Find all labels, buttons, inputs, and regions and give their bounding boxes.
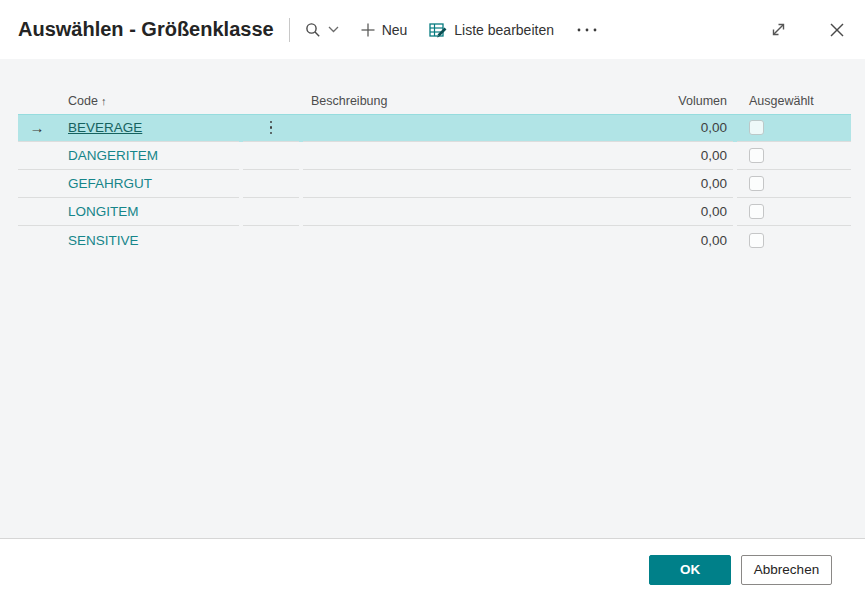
expand-button[interactable]: [770, 21, 787, 38]
current-row-indicator-cell: →: [18, 226, 56, 254]
code-cell: GEFAHRGUT: [56, 170, 239, 198]
column-header-volumen[interactable]: Volumen: [640, 87, 733, 114]
more-options-button[interactable]: [576, 27, 598, 33]
code-cell: BEVERAGE: [56, 114, 239, 142]
beschreibung-cell: [303, 198, 640, 226]
row-indicator-arrow-icon: →: [30, 119, 45, 136]
chevron-down-icon: [328, 26, 339, 33]
page-title: Auswählen - Größenklasse: [18, 18, 274, 41]
table-row[interactable]: → LONGITEM 0,00: [18, 198, 851, 226]
ausgewaehlt-checkbox[interactable]: [749, 176, 764, 191]
row-menu-cell[interactable]: [243, 142, 299, 170]
code-cell: DANGERITEM: [56, 142, 239, 170]
ausgewaehlt-cell: [737, 142, 851, 170]
code-link[interactable]: LONGITEM: [56, 204, 139, 219]
search-button[interactable]: [305, 22, 339, 38]
new-button-label: Neu: [382, 22, 408, 38]
column-header-code[interactable]: Code ↑: [56, 87, 239, 114]
table-row[interactable]: → GEFAHRGUT 0,00: [18, 170, 851, 198]
table-row[interactable]: → SENSITIVE 0,00: [18, 226, 851, 254]
code-cell: LONGITEM: [56, 198, 239, 226]
current-row-indicator-cell: →: [18, 198, 56, 226]
edit-list-icon: [429, 22, 447, 38]
code-cell: SENSITIVE: [56, 226, 239, 254]
volumen-cell: 0,00: [640, 142, 733, 170]
ausgewaehlt-cell: [737, 170, 851, 198]
ausgewaehlt-cell: [737, 198, 851, 226]
table-row[interactable]: → DANGERITEM 0,00: [18, 142, 851, 170]
beschreibung-cell: [303, 226, 640, 254]
current-row-indicator-cell: →: [18, 142, 56, 170]
volumen-cell: 0,00: [640, 170, 733, 198]
volumen-cell: 0,00: [640, 226, 733, 254]
ausgewaehlt-checkbox[interactable]: [749, 233, 764, 248]
edit-list-button[interactable]: Liste bearbeiten: [429, 22, 554, 38]
beschreibung-cell: [303, 142, 640, 170]
new-button[interactable]: Neu: [361, 22, 408, 38]
cancel-button[interactable]: Abbrechen: [741, 555, 832, 585]
dialog-titlebar: Auswählen - Größenklasse Neu: [0, 0, 865, 59]
volumen-cell: 0,00: [640, 198, 733, 226]
toolbar-divider: [289, 18, 290, 42]
row-menu-cell[interactable]: [243, 170, 299, 198]
volumen-cell: 0,00: [640, 114, 733, 142]
current-row-indicator-cell: →: [18, 170, 56, 198]
ellipsis-icon: [576, 27, 598, 33]
ausgewaehlt-checkbox[interactable]: [749, 204, 764, 219]
code-link[interactable]: DANGERITEM: [56, 148, 158, 163]
dialog-content: Code ↑ Beschreibung Volumen Ausgewählt →…: [0, 59, 865, 538]
table-body: → BEVERAGE 0,00: [18, 114, 851, 254]
beschreibung-cell: [303, 114, 640, 142]
ausgewaehlt-cell: [737, 226, 851, 254]
expand-icon: [770, 21, 787, 38]
ausgewaehlt-checkbox[interactable]: [749, 120, 764, 135]
ausgewaehlt-cell: [737, 114, 851, 142]
table-row[interactable]: → BEVERAGE 0,00: [18, 114, 851, 142]
search-icon: [305, 22, 321, 38]
sort-ascending-icon: ↑: [101, 95, 107, 107]
header-spacer: [18, 87, 56, 114]
close-button[interactable]: [829, 22, 845, 38]
row-menu-cell[interactable]: [243, 114, 299, 142]
edit-list-button-label: Liste bearbeiten: [454, 22, 554, 38]
code-link[interactable]: GEFAHRGUT: [56, 176, 152, 191]
plus-icon: [361, 23, 375, 37]
beschreibung-cell: [303, 170, 640, 198]
dialog-footer: OK Abbrechen: [0, 538, 865, 600]
close-icon: [829, 22, 845, 38]
column-header-beschreibung[interactable]: Beschreibung: [303, 87, 640, 114]
code-link[interactable]: BEVERAGE: [56, 120, 142, 135]
column-header-ausgewaehlt[interactable]: Ausgewählt: [737, 87, 851, 114]
row-menu-cell[interactable]: [243, 198, 299, 226]
lookup-dialog: Auswählen - Größenklasse Neu: [0, 0, 865, 600]
row-menu-cell[interactable]: [243, 226, 299, 254]
ausgewaehlt-checkbox[interactable]: [749, 148, 764, 163]
ok-button[interactable]: OK: [649, 555, 731, 585]
table-header-row: Code ↑ Beschreibung Volumen Ausgewählt: [18, 87, 851, 114]
column-header-menu: [243, 87, 299, 114]
vertical-ellipsis-icon[interactable]: [270, 121, 273, 135]
code-link[interactable]: SENSITIVE: [56, 233, 139, 248]
current-row-indicator-cell: →: [18, 114, 56, 142]
